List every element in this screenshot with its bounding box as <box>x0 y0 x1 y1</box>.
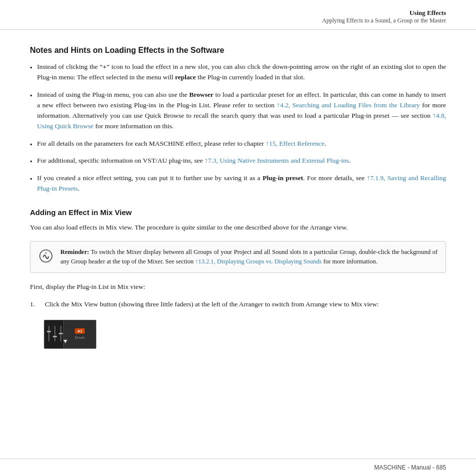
bullet-marker: ▪ <box>30 140 32 149</box>
bullet-marker: ▪ <box>30 174 32 184</box>
reminder-text: Reminder: To switch the Mixer display be… <box>60 247 438 266</box>
section2-intro: You can also load effects in Mix view. T… <box>30 223 446 233</box>
bullet-marker: ▪ <box>30 91 32 100</box>
step-intro: First, display the Plug-in List in Mix v… <box>30 282 446 292</box>
fader-col <box>47 326 51 341</box>
list-item: ▪ For all details on the parameters for … <box>30 139 446 149</box>
reminder-icon <box>38 248 53 263</box>
bullet-marker: ▪ <box>30 157 32 166</box>
page-footer: MASCHINE - Manual - 685 <box>0 459 476 476</box>
link-4-8[interactable]: ↑4.8, Using Quick Browse <box>37 112 446 130</box>
link-13-2-1[interactable]: ↑13.2.1, Displaying Groups vs. Displayin… <box>195 258 322 265</box>
section1-heading: Notes and Hints on Loading Effects in th… <box>30 46 446 55</box>
page-content: Notes and Hints on Loading Effects in th… <box>0 30 476 381</box>
faders-area <box>47 324 63 341</box>
svg-point-1 <box>45 252 47 254</box>
bold-browser: Browser <box>189 91 214 98</box>
fader-track-top <box>48 326 49 331</box>
fader-track-bottom <box>54 337 55 341</box>
drum-label: Drum <box>75 335 85 340</box>
bullet-list: ▪ Instead of clicking the “+” icon to lo… <box>30 62 446 194</box>
list-item: ▪ Instead of clicking the “+” icon to lo… <box>30 62 446 83</box>
bullet-text: For additional, specific information on … <box>37 156 446 166</box>
bold-plugin-preset: Plug-in preset <box>262 174 303 182</box>
fader-track-bottom <box>60 334 61 341</box>
bullet-text: Instead of clicking the “+” icon to load… <box>37 62 446 83</box>
bullet-text: For all details on the parameters for ea… <box>37 139 446 149</box>
cursor-indicator <box>63 340 67 343</box>
list-number: 1. <box>30 299 45 310</box>
screenshot-box: A1 Drum <box>44 320 96 349</box>
header-right: Using Effects Applying Effects to a Soun… <box>322 9 446 24</box>
list-item: ▪ If you created a nice effect setting, … <box>30 173 446 194</box>
list-text: Click the Mix View button (showing three… <box>45 299 446 310</box>
bullet-text: If you created a nice effect setting, yo… <box>37 173 446 194</box>
bullet-marker: ▪ <box>30 63 32 72</box>
ordered-list: 1. Click the Mix View button (showing th… <box>30 299 446 310</box>
bold-replace: replace <box>175 73 196 81</box>
fader-track-top <box>60 326 61 333</box>
link-7-1-9[interactable]: ↑7.1.9, Saving and Recalling Plug-in Pre… <box>37 174 446 192</box>
list-item: ▪ Instead of using the Plug-in menu, you… <box>30 90 446 132</box>
list-item: ▪ For additional, specific information o… <box>30 156 446 166</box>
info-box: Reminder: To switch the Mixer display be… <box>30 241 446 273</box>
fader-col <box>53 326 57 341</box>
bullet-text: Instead of using the Plug-in menu, you c… <box>37 90 446 132</box>
header-title: Using Effects <box>322 9 446 17</box>
footer-text: MASCHINE - Manual - 685 <box>374 464 446 471</box>
section2-heading: Adding an Effect in Mix View <box>30 208 446 217</box>
fader-col <box>59 326 63 341</box>
link-7-3[interactable]: ↑7.3, Using Native Instruments and Exter… <box>205 157 349 164</box>
group-area: A1 Drum <box>63 320 96 348</box>
link-15[interactable]: ↑15, Effect Reference <box>265 140 324 147</box>
plus-sign: + <box>103 63 107 70</box>
header-subtitle: Applying Effects to a Sound, a Group or … <box>322 17 446 24</box>
fader-track-top <box>54 326 55 336</box>
reminder-label: Reminder: <box>60 248 89 255</box>
fader-track-bottom <box>48 332 49 341</box>
list-item: 1. Click the Mix View button (showing th… <box>30 299 446 310</box>
page-container: Using Effects Applying Effects to a Soun… <box>0 0 476 476</box>
page-header: Using Effects Applying Effects to a Soun… <box>0 0 476 30</box>
link-4-2[interactable]: ↑4.2, Searching and Loading Files from t… <box>277 101 420 109</box>
mix-view-screenshot: A1 Drum <box>44 320 96 349</box>
a1-badge: A1 <box>75 328 85 334</box>
